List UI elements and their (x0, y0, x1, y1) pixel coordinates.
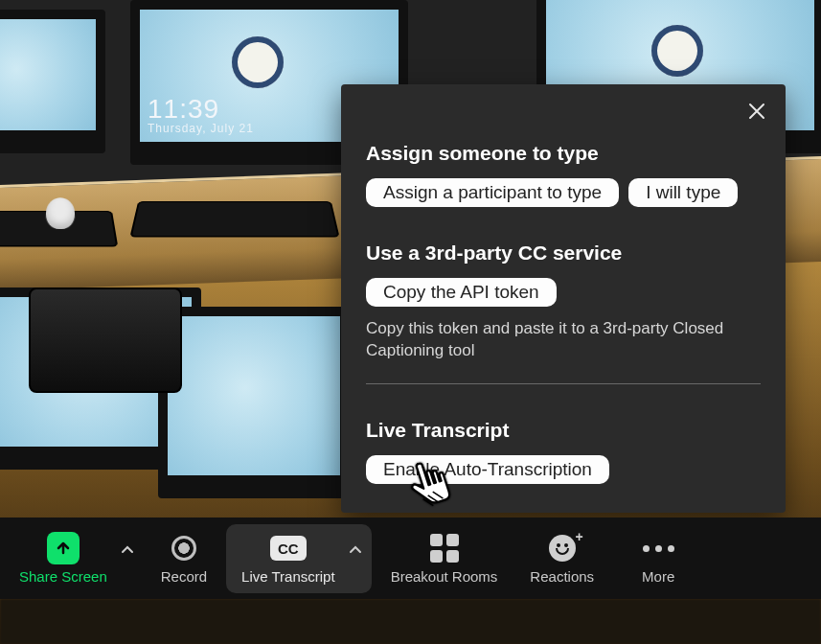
share-screen-button[interactable]: Share Screen (10, 524, 117, 593)
breakout-rooms-icon (430, 534, 459, 563)
assign-participant-button[interactable]: Assign a participant to type (366, 178, 619, 207)
cc-icon: CC (270, 536, 307, 561)
live-transcript-button[interactable]: CC Live Transcript (232, 524, 345, 593)
enable-auto-transcription-button[interactable]: Enable Auto-Transcription (366, 455, 609, 484)
share-screen-label: Share Screen (19, 568, 107, 585)
share-screen-icon (47, 532, 80, 564)
meeting-toolbar: Share Screen Record CC Live Transcript (0, 518, 821, 599)
live-transcript-section-title: Live Transcript (366, 419, 761, 442)
reactions-button[interactable]: + Reactions (520, 524, 604, 593)
lockscreen-time: 11:39 (148, 96, 254, 123)
more-button[interactable]: More (632, 524, 684, 593)
share-screen-options-chevron[interactable] (117, 543, 138, 557)
record-icon (171, 536, 196, 561)
copy-api-help-text: Copy this token and paste it to a 3rd-pa… (366, 318, 749, 362)
reactions-label: Reactions (530, 568, 594, 585)
lockscreen-date: Thursday, July 21 (148, 123, 254, 134)
reactions-icon: + (549, 535, 576, 562)
breakout-rooms-label: Breakout Rooms (391, 568, 498, 585)
record-button[interactable]: Record (151, 524, 217, 593)
live-transcript-label: Live Transcript (241, 568, 335, 585)
live-transcript-popover: Assign someone to type Assign a particip… (341, 84, 786, 513)
breakout-rooms-button[interactable]: Breakout Rooms (381, 524, 508, 593)
close-icon[interactable] (743, 98, 770, 125)
record-label: Record (161, 568, 207, 585)
app-window: 11:39 Thursday, July 21 Assign someone t… (0, 0, 821, 644)
third-party-section-title: Use a 3rd-party CC service (366, 242, 761, 264)
i-will-type-button[interactable]: I will type (628, 178, 738, 207)
more-icon (643, 545, 674, 552)
more-label: More (642, 568, 674, 585)
assign-section-title: Assign someone to type (366, 142, 761, 165)
live-transcript-options-chevron[interactable] (345, 543, 366, 557)
copy-api-token-button[interactable]: Copy the API token (366, 278, 557, 307)
divider (366, 383, 761, 384)
